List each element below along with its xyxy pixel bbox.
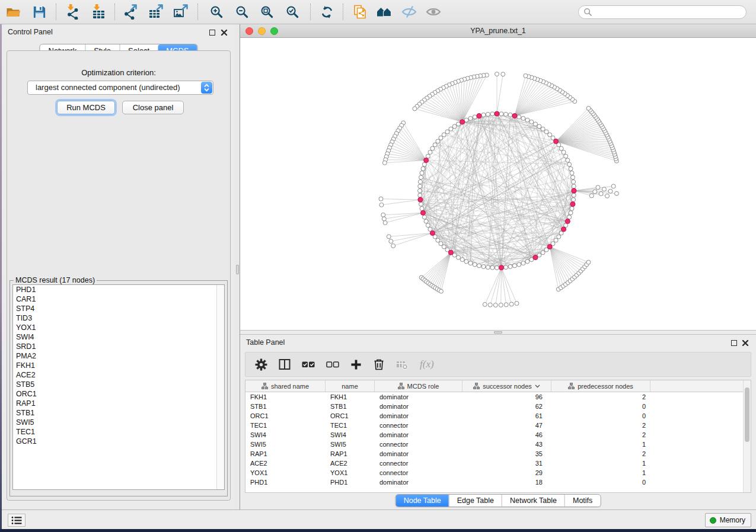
mcds-result-item[interactable]: PHD1 [13,285,224,294]
mcds-result-item[interactable]: TID3 [13,313,224,323]
criterion-dropdown[interactable]: largest connected component (undirected) [27,81,213,95]
select-all-button[interactable] [302,360,315,369]
table-cell: 0 [551,402,650,411]
table-row[interactable]: RAP1RAP1dominator352 [245,449,751,459]
zoom-in-button[interactable] [206,2,227,22]
table-row[interactable]: TEC1TEC1connector472 [245,421,751,430]
mcds-result-item[interactable]: TEC1 [13,427,224,437]
delete-button[interactable] [373,358,385,370]
table-row[interactable]: PHD1PHD1dominator180 [245,477,751,487]
zoom-fit-button[interactable] [256,2,277,22]
function-builder-button[interactable]: f(x) [420,358,434,370]
mcds-result-item[interactable]: STB5 [13,380,224,389]
export-image-button[interactable] [170,2,192,22]
criterion-value: largest connected component (undirected) [36,81,180,94]
mcds-result-item[interactable]: SRD1 [13,342,224,351]
table-scrollbar[interactable] [743,380,751,492]
ndex-document-button[interactable] [349,2,371,22]
tab-node-table[interactable]: Node Table [396,495,449,507]
hide-selected-button[interactable] [398,2,420,22]
table-cell: dominator [375,430,462,440]
vertical-splitter[interactable] [235,24,240,509]
show-all-button[interactable] [423,2,444,22]
mcds-result-item[interactable]: YOX1 [13,323,224,332]
table-row[interactable]: SWI4SWI4dominator462 [245,430,751,440]
table-row[interactable]: ORC1ORC1dominator610 [245,411,751,421]
column-label: MCDS role [407,383,439,390]
scrollbar-thumb[interactable] [745,387,749,442]
deselect-all-button[interactable] [326,360,339,369]
table-cell: 1 [551,440,650,449]
splitter-handle[interactable] [494,331,502,334]
mcds-result-item[interactable]: SWI5 [13,418,224,427]
mcds-result-item[interactable]: CAR1 [13,294,224,304]
export-network-icon [123,4,138,20]
table-row[interactable]: FKH1FKH1dominator962 [245,392,751,402]
column-header-name[interactable]: name [326,380,375,392]
column-label: name [342,383,358,390]
add-column-button[interactable] [350,359,362,370]
table-row[interactable]: YOX1YOX1connector291 [245,468,751,477]
mcds-result-item[interactable]: ACE2 [13,370,224,380]
column-header-predecessor-nodes[interactable]: predecessor nodes [551,380,650,392]
document-share-icon [352,4,368,20]
tab-network-table[interactable]: Network Table [502,495,564,507]
mcds-list-scrollbar[interactable] [216,285,224,489]
zoom-out-button[interactable] [231,2,253,22]
search-input[interactable] [592,7,746,18]
table-cell: 1 [551,459,650,468]
main-toolbar [0,0,756,24]
table-cell: FKH1 [326,392,375,402]
table-row[interactable]: STB1STB1dominator620 [245,402,751,411]
column-header-successor-nodes[interactable]: successor nodes [462,380,551,392]
mcds-result-item[interactable]: FKH1 [13,361,224,370]
run-mcds-button[interactable]: Run MCDS [57,101,115,114]
home-networks-button[interactable] [374,2,395,22]
table-cell: 18 [462,477,551,487]
task-history-button[interactable] [8,514,25,527]
memory-button[interactable]: Memory [705,513,751,527]
table-cell: PHD1 [245,477,326,487]
close-panel-icon[interactable] [742,339,749,347]
close-panel-button[interactable]: Close panel [122,101,184,114]
mcds-result-item[interactable]: RAP1 [13,399,224,408]
float-panel-icon[interactable] [209,30,215,36]
tab-motifs[interactable]: Motifs [564,495,600,507]
column-header-shared-name[interactable]: shared name [245,380,326,392]
workspace: YPA_prune.txt_1 Table Panel [240,24,756,509]
table-panel-title: Table Panel [246,335,285,351]
mcds-result-item[interactable]: STB1 [13,408,224,418]
open-session-button[interactable] [2,2,24,22]
table-settings-button[interactable] [255,358,267,371]
tab-edge-table[interactable]: Edge Table [449,495,502,507]
close-panel-icon[interactable] [221,29,228,36]
refresh-layout-button[interactable] [316,2,337,22]
mcds-result-item[interactable]: GCR1 [13,437,224,446]
mcds-result-item[interactable]: ORC1 [13,389,224,399]
splitter-handle[interactable] [236,265,239,274]
import-network-button[interactable] [62,2,83,22]
zoom-selected-button[interactable] [282,2,303,22]
search-box[interactable] [578,5,747,19]
float-panel-icon[interactable] [731,340,737,346]
save-session-button[interactable] [28,2,50,22]
horizontal-splitter[interactable] [240,330,756,335]
export-table-button[interactable] [145,2,167,22]
delete-column-button[interactable] [396,359,409,370]
table-row[interactable]: SWI5SWI5connector431 [245,440,751,449]
network-canvas[interactable] [240,38,756,330]
zoom-in-icon [209,5,224,20]
tree-icon [568,383,575,389]
import-table-button[interactable] [88,2,109,22]
export-network-button[interactable] [120,2,141,22]
column-header-mcds-role[interactable]: MCDS role [375,380,462,392]
show-columns-button[interactable] [279,358,291,370]
mcds-result-list[interactable]: PHD1CAR1STP4TID3YOX1SWI4SRD1PMA2FKH1ACE2… [12,284,225,490]
table-cell: ACE2 [245,459,326,468]
table-row[interactable]: ACE2ACE2connector311 [245,459,751,468]
mcds-result-item[interactable]: PMA2 [13,351,224,361]
mcds-result-item[interactable]: SWI4 [13,332,224,342]
mcds-result-item[interactable]: STP4 [13,304,224,313]
table-cell: ORC1 [326,411,375,421]
table-cell: dominator [375,402,462,411]
